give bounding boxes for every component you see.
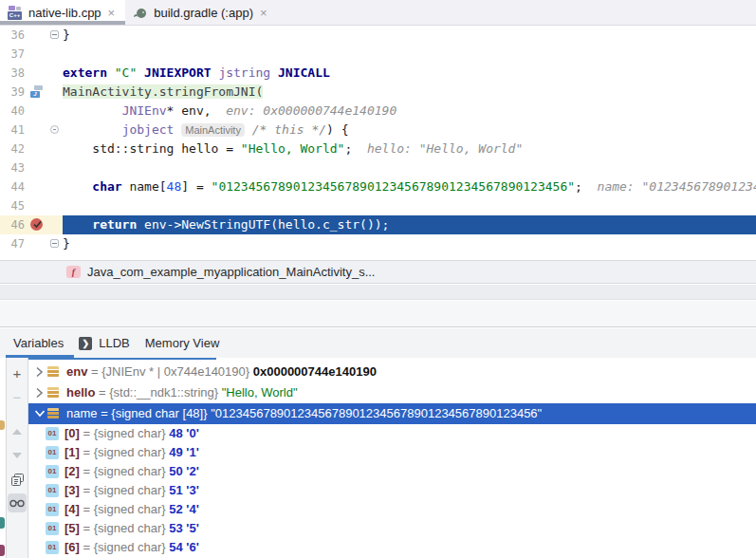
code-line-40[interactable]: 40 JNIEnv* env, env: 0x000000744e140190 [0, 102, 756, 121]
variable-row-name[interactable]: name = {signed char [48]} "0123456789012… [28, 403, 756, 424]
move-up-button [8, 422, 27, 441]
chevron-right-icon[interactable] [34, 362, 46, 382]
element-index: [0] [65, 426, 80, 440]
fold-marker-icon[interactable] [50, 125, 59, 134]
editor-tab-cpp[interactable]: C++native-lib.cpp× [0, 0, 125, 25]
debug-tab-lldb[interactable]: ❯LLDB [71, 328, 138, 358]
watches-toolbar: +− [6, 358, 28, 558]
gutter: 40 [0, 102, 63, 121]
code-line-44[interactable]: 44 char name[48] = "01234567890123456789… [0, 177, 756, 196]
editor-tab-gradle[interactable]: build.gradle (:app)× [125, 0, 277, 25]
gutter: 37 [0, 45, 63, 64]
debug-toolbar-strip [0, 301, 756, 327]
array-element-row[interactable]: 01[0] = {signed char} 48 '0' [28, 424, 756, 443]
line-number: 43 [4, 158, 25, 177]
fold-marker-icon[interactable] [50, 239, 59, 248]
cropped-toolbar-icon [0, 517, 5, 529]
element-type: {signed char} [94, 445, 170, 459]
tab-label: native-lib.cpp [28, 6, 101, 20]
code-text: } [63, 26, 756, 45]
close-icon[interactable]: × [107, 7, 117, 19]
array-element-row[interactable]: 01[4] = {signed char} 52 '4' [28, 500, 756, 519]
context-function-bar: f Java_com_example_myapplication_MainAct… [0, 260, 756, 284]
line-number: 45 [4, 196, 25, 215]
code-line-37[interactable]: 37 [0, 45, 756, 64]
variables-tree[interactable]: env = {JNIEnv * | 0x744e140190} 0x000000… [28, 358, 756, 558]
variable-type: {signed char [48]} [111, 406, 211, 420]
variable-icon [47, 366, 59, 377]
remove-watch-button: − [8, 387, 27, 406]
gutter: 44 [0, 177, 63, 196]
evaluate-expression-button[interactable] [8, 493, 27, 512]
fold-marker-icon[interactable] [50, 30, 59, 39]
array-element-row[interactable]: 01[5] = {signed char} 53 '5' [28, 519, 756, 538]
debug-tab-variables[interactable]: Variables [0, 328, 71, 358]
code-text: return env->NewStringUTF(hello.c_str()); [63, 215, 756, 234]
code-line-45[interactable]: 45 [0, 196, 756, 215]
code-line-46[interactable]: 46 return env->NewStringUTF(hello.c_str(… [0, 215, 756, 234]
line-number: 44 [4, 177, 25, 196]
element-index: [3] [65, 483, 80, 497]
code-text [63, 196, 756, 215]
move-down-button [8, 446, 27, 465]
code-line-43[interactable]: 43 [0, 158, 756, 177]
jni-java-link-icon[interactable]: J [30, 85, 43, 98]
code-text: } [63, 234, 756, 253]
cpp-file-icon: C++ [8, 6, 23, 20]
add-watch-button[interactable]: + [8, 363, 27, 382]
code-text: JNIEnv* env, env: 0x000000744e140190 [63, 102, 756, 121]
code-line-41[interactable]: 41 jobject MainActivity /* this */) { [0, 121, 756, 140]
code-line-42[interactable]: 42 std::string hello = "Hello, World"; h… [0, 140, 756, 158]
byte-value-icon: 01 [46, 541, 59, 554]
byte-value-icon: 01 [46, 446, 59, 459]
variable-value: "012345678901234567890123456789012345678… [211, 406, 542, 420]
code-line-36[interactable]: 36} [0, 26, 756, 45]
copy-button[interactable] [8, 470, 27, 489]
code-line-38[interactable]: 38extern "C" JNIEXPORT jstring JNICALL [0, 64, 756, 83]
line-number: 40 [4, 102, 25, 121]
code-editor[interactable]: 36}3738extern "C" JNIEXPORT jstring JNIC… [0, 26, 756, 260]
variable-row-env[interactable]: env = {JNIEnv * | 0x744e140190} 0x000000… [28, 362, 756, 382]
editor-debugger-splitter[interactable] [0, 285, 756, 300]
variable-type: {JNIEnv * | 0x744e140190} [101, 364, 253, 379]
element-type: {signed char} [94, 464, 170, 478]
code-text [63, 45, 756, 64]
breakpoint-icon[interactable] [30, 218, 43, 231]
close-icon[interactable]: × [259, 7, 268, 19]
variables-panel: +− env = {JNIEnv * | 0x744e140190} 0x000… [0, 358, 756, 558]
context-function-name: Java_com_example_myapplication_MainActiv… [87, 265, 375, 279]
variable-value: "Hello, World" [222, 385, 298, 400]
code-line-47[interactable]: 47} [0, 234, 756, 253]
element-value: 49 '1' [169, 445, 198, 459]
line-number: 42 [4, 140, 25, 158]
array-element-row[interactable]: 01[2] = {signed char} 50 '2' [28, 462, 756, 481]
element-value: 52 '4' [169, 502, 198, 516]
element-value: 53 '5' [169, 521, 198, 535]
element-index: [5] [65, 521, 80, 535]
ide-window: C++native-lib.cpp×build.gradle (:app)× 3… [0, 0, 756, 558]
element-value: 50 '2' [169, 464, 198, 478]
element-value: 54 '6' [169, 540, 198, 554]
gutter: 46 [0, 215, 63, 234]
gutter: 43 [0, 158, 63, 177]
chevron-right-icon[interactable] [34, 382, 46, 403]
debug-tab-memory-view[interactable]: Memory View [138, 328, 228, 358]
variable-icon [47, 408, 59, 418]
element-type: {signed char} [94, 540, 170, 554]
array-element-row[interactable]: 01[3] = {signed char} 51 '3' [28, 481, 756, 500]
code-text: char name[48] = "01234567890123456789012… [63, 177, 756, 196]
line-number: 41 [4, 121, 25, 140]
element-type: {signed char} [94, 502, 170, 516]
tab-label: build.gradle (:app) [154, 6, 253, 20]
variable-row-hello[interactable]: hello = {std::__ndk1::string} "Hello, Wo… [28, 382, 756, 403]
chevron-down-icon[interactable] [34, 403, 46, 424]
element-type: {signed char} [94, 483, 170, 497]
debug-view-tabs: Variables❯LLDBMemory View [0, 328, 756, 358]
array-element-row[interactable]: 01[1] = {signed char} 49 '1' [28, 443, 756, 462]
array-element-row[interactable]: 01[6] = {signed char} 54 '6' [28, 538, 756, 557]
code-line-39[interactable]: 39JMainActivity.stringFromJNI( [0, 83, 756, 102]
editor-tab-bar: C++native-lib.cpp×build.gradle (:app)× [0, 0, 756, 26]
line-number: 36 [4, 26, 25, 45]
byte-value-icon: 01 [46, 465, 59, 478]
function-icon: f [66, 266, 81, 278]
